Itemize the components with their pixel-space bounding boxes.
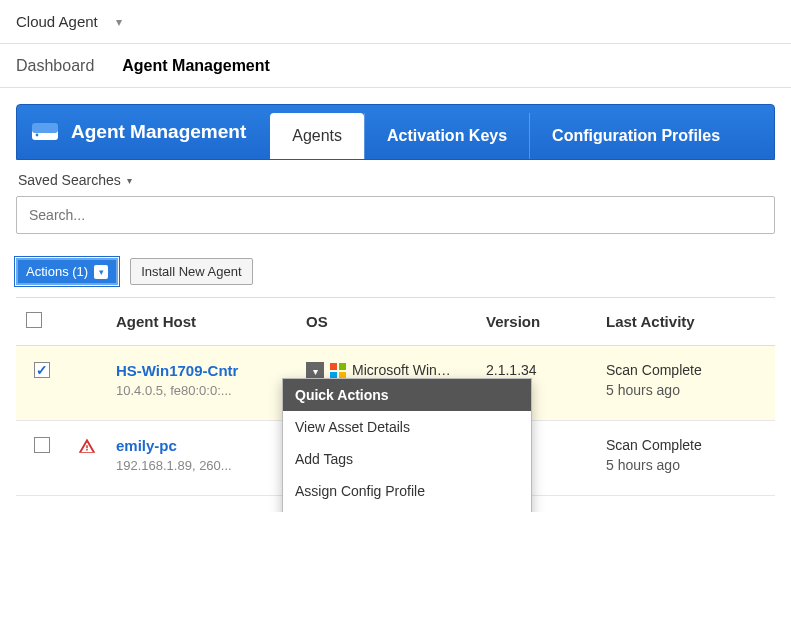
search-input[interactable] bbox=[16, 196, 775, 234]
row-checkbox[interactable] bbox=[34, 362, 50, 378]
select-all-checkbox[interactable] bbox=[26, 312, 42, 328]
windows-icon bbox=[330, 363, 346, 379]
col-version[interactable]: Version bbox=[476, 298, 596, 346]
app-title-dropdown[interactable]: Cloud Agent ▾ bbox=[16, 13, 122, 30]
menu-assign-config-profile[interactable]: Assign Config Profile bbox=[283, 475, 531, 507]
col-os[interactable]: OS bbox=[296, 298, 476, 346]
svg-rect-4 bbox=[339, 363, 346, 370]
activity-status: Scan Complete bbox=[606, 437, 765, 453]
agents-table: Agent Host OS Version Last Activity HS-W… bbox=[16, 297, 775, 496]
agent-host-link[interactable]: emily-pc bbox=[116, 437, 286, 454]
chevron-down-icon: ▾ bbox=[116, 15, 122, 29]
caret-down-icon: ▾ bbox=[127, 175, 132, 186]
tabs: Agents Activation Keys Configuration Pro… bbox=[270, 105, 742, 159]
nav-dashboard[interactable]: Dashboard bbox=[16, 57, 94, 75]
quick-actions-header: Quick Actions bbox=[283, 379, 531, 411]
table-row[interactable]: HS-Win1709-Cntr 10.4.0.5, fe80:0:0:... ▾… bbox=[16, 346, 775, 421]
drive-icon bbox=[31, 122, 59, 142]
tab-agents[interactable]: Agents bbox=[270, 113, 364, 159]
quick-actions-menu: Quick Actions View Asset Details Add Tag… bbox=[282, 378, 532, 512]
activity-time: 5 hours ago bbox=[606, 382, 765, 398]
svg-point-2 bbox=[36, 134, 39, 137]
header-title: Agent Management bbox=[71, 121, 246, 143]
menu-view-asset-details[interactable]: View Asset Details bbox=[283, 411, 531, 443]
top-bar: Cloud Agent ▾ bbox=[0, 0, 791, 44]
nav-bar: Dashboard Agent Management bbox=[0, 44, 791, 88]
row-checkbox[interactable] bbox=[34, 437, 50, 453]
header-band: Agent Management Agents Activation Keys … bbox=[16, 104, 775, 160]
tab-activation-keys[interactable]: Activation Keys bbox=[364, 113, 529, 159]
agent-host-sub: 192.168.1.89, 260... bbox=[116, 458, 286, 473]
saved-searches-label: Saved Searches bbox=[18, 172, 121, 188]
tab-configuration-profiles[interactable]: Configuration Profiles bbox=[529, 113, 742, 159]
table-header-row: Agent Host OS Version Last Activity bbox=[16, 298, 775, 346]
nav-agent-management[interactable]: Agent Management bbox=[122, 57, 270, 75]
activity-status: Scan Complete bbox=[606, 362, 765, 378]
header-checkbox-cell bbox=[16, 298, 68, 346]
agent-host-sub: 10.4.0.5, fe80:0:0:... bbox=[116, 383, 286, 398]
content-area: Agent Management Agents Activation Keys … bbox=[0, 88, 791, 512]
chevron-down-icon: ▾ bbox=[94, 265, 108, 279]
saved-searches-dropdown[interactable]: Saved Searches ▾ bbox=[16, 160, 775, 196]
col-last-activity[interactable]: Last Activity bbox=[596, 298, 775, 346]
warning-icon bbox=[78, 442, 96, 458]
menu-activate-agent[interactable]: Activate Agent bbox=[283, 507, 531, 512]
svg-rect-1 bbox=[32, 123, 58, 133]
activity-time: 5 hours ago bbox=[606, 457, 765, 473]
col-agent-host[interactable]: Agent Host bbox=[106, 298, 296, 346]
actions-button[interactable]: Actions (1) ▾ bbox=[16, 258, 118, 285]
svg-rect-3 bbox=[330, 363, 337, 370]
action-row: Actions (1) ▾ Install New Agent bbox=[16, 258, 775, 285]
menu-add-tags[interactable]: Add Tags bbox=[283, 443, 531, 475]
header-warn-cell bbox=[68, 298, 106, 346]
install-new-agent-button[interactable]: Install New Agent bbox=[130, 258, 252, 285]
actions-button-label: Actions (1) bbox=[26, 264, 88, 279]
header-title-group: Agent Management bbox=[17, 105, 260, 159]
agent-host-link[interactable]: HS-Win1709-Cntr bbox=[116, 362, 286, 379]
os-name: Microsoft Win… bbox=[352, 362, 451, 378]
app-title-text: Cloud Agent bbox=[16, 13, 98, 30]
